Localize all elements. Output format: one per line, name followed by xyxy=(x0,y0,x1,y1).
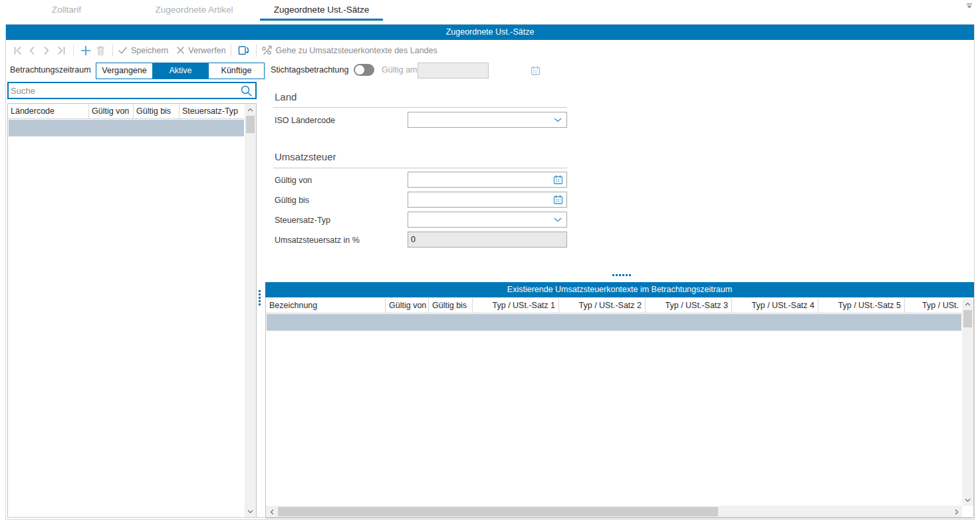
gueltig-bis-date-field[interactable] xyxy=(408,192,567,208)
betrachtungszeitraum-segmented-control: Vergangene Aktive Künftige xyxy=(96,63,265,79)
gueltig-von-label: Gültig von xyxy=(275,176,312,185)
chevron-down-icon xyxy=(554,218,562,222)
umsatzsteuersatz-input[interactable] xyxy=(408,235,566,244)
segment-kuenftige[interactable]: Künftige xyxy=(208,63,264,79)
save-button[interactable]: Speichern xyxy=(118,46,168,55)
search-button[interactable] xyxy=(237,83,255,98)
tab-zugeordnete-ust-saetze[interactable]: Zugeordnete Ust.-Sätze xyxy=(260,1,383,21)
plus-icon xyxy=(80,45,91,56)
scroll-right-button[interactable] xyxy=(951,506,962,518)
nav-first-icon xyxy=(13,46,23,55)
column-header-gueltig-von[interactable]: Gültig von xyxy=(386,298,429,313)
betrachtungszeitraum-label: Betrachtungszeitraum xyxy=(10,65,91,75)
gueltig-am-calendar-button[interactable] xyxy=(531,63,541,78)
scrollbar-thumb[interactable] xyxy=(246,116,255,133)
left-table-vertical-scrollbar[interactable] xyxy=(245,104,256,517)
nav-last-icon xyxy=(57,46,66,55)
scroll-up-button[interactable] xyxy=(962,298,973,309)
panel-title: Zugeordnete Ust.-Sätze xyxy=(6,25,974,40)
assigned-vat-rates-table: Ländercode Gültig von Gültig bis Steuers… xyxy=(7,103,257,518)
section-title-umsatzsteuer: Umsatzsteuer xyxy=(275,151,336,162)
vertical-splitter-handle[interactable] xyxy=(259,290,261,305)
goto-button-label: Gehe zu Umsatzsteuerkontexte des Landes xyxy=(276,46,437,55)
stichtagsbetrachtung-label: Stichtagsbetrachtung xyxy=(271,65,348,75)
toolbar-separator xyxy=(231,45,231,57)
column-header-gueltig-von[interactable]: Gültig von xyxy=(89,104,134,118)
column-header-gueltig-bis[interactable]: Gültig bis xyxy=(429,298,473,313)
nav-first-button[interactable] xyxy=(10,43,25,59)
toolbar-separator xyxy=(256,45,257,57)
gueltig-von-input[interactable] xyxy=(408,175,549,184)
stichtagsbetrachtung-toggle[interactable] xyxy=(354,64,374,76)
nav-next-button[interactable] xyxy=(39,43,54,59)
tab-zolltarif[interactable]: Zolltarif xyxy=(5,1,128,21)
chevron-down-icon xyxy=(554,118,562,122)
section-rule xyxy=(273,107,567,108)
table-row-selected[interactable] xyxy=(9,120,244,136)
column-header-typ-ust-satz-2[interactable]: Typ / USt.-Satz 2 xyxy=(559,298,646,313)
scroll-up-button[interactable] xyxy=(245,104,256,115)
add-record-button[interactable] xyxy=(78,43,93,59)
trash-icon xyxy=(96,45,106,56)
umsatzsteuersatz-label: Umsatzsteuersatz in % xyxy=(275,236,360,245)
dropdown-open-button[interactable] xyxy=(549,212,566,227)
switch-context-button[interactable] xyxy=(236,43,251,59)
check-icon xyxy=(118,46,128,55)
nav-previous-button[interactable] xyxy=(25,43,39,59)
iso-laendercode-value[interactable] xyxy=(408,115,549,124)
nav-last-button[interactable] xyxy=(54,43,68,59)
contexts-vertical-scrollbar[interactable] xyxy=(962,298,973,506)
left-table-header: Ländercode Gültig von Gültig bis Steuers… xyxy=(8,104,245,119)
column-header-bezeichnung[interactable]: Bezeichnung xyxy=(266,298,386,313)
calendar-icon xyxy=(553,175,563,184)
gueltig-bis-calendar-button[interactable] xyxy=(549,192,566,207)
steuersatz-typ-dropdown[interactable] xyxy=(408,212,567,228)
chevron-right-icon xyxy=(955,509,959,515)
gueltig-von-date-field[interactable] xyxy=(408,172,567,188)
discard-button[interactable]: Verwerfen xyxy=(176,46,225,55)
column-header-laendercode[interactable]: Ländercode xyxy=(8,104,89,118)
chevron-down-icon xyxy=(247,510,253,514)
goto-umsatzsteuerkontexte-button[interactable]: Gehe zu Umsatzsteuerkontexte des Landes xyxy=(261,45,437,55)
scrollbar-thumb[interactable] xyxy=(278,507,718,516)
search-input[interactable] xyxy=(9,86,237,96)
column-header-typ-ust-satz-3[interactable]: Typ / USt.-Satz 3 xyxy=(646,298,732,313)
column-header-typ-ust-partial[interactable]: Typ / USt. xyxy=(905,298,962,313)
scrollbar-thumb[interactable] xyxy=(963,310,972,327)
search-box xyxy=(7,82,257,99)
segment-aktive[interactable]: Aktive xyxy=(152,63,208,79)
dropdown-open-button[interactable] xyxy=(549,112,566,127)
delete-record-button[interactable] xyxy=(93,43,108,59)
gueltig-am-input[interactable] xyxy=(418,66,531,75)
column-header-typ-ust-satz-5[interactable]: Typ / USt.-Satz 5 xyxy=(818,298,905,313)
iso-laendercode-dropdown[interactable] xyxy=(408,112,567,128)
window-arrow-icon xyxy=(237,45,250,56)
segment-vergangene[interactable]: Vergangene xyxy=(96,63,152,79)
gueltig-am-field xyxy=(418,63,489,79)
percent-arrow-icon xyxy=(261,45,273,55)
table-row-selected[interactable] xyxy=(267,314,961,331)
chevron-left-icon xyxy=(270,509,274,515)
gueltig-von-calendar-button[interactable] xyxy=(549,172,566,187)
tab-zugeordnete-artikel[interactable]: Zugeordnete Artikel xyxy=(133,1,255,21)
column-header-gueltig-bis[interactable]: Gültig bis xyxy=(134,104,180,118)
column-header-typ-ust-satz-4[interactable]: Typ / USt.-Satz 4 xyxy=(732,298,818,313)
column-header-steuersatz-typ[interactable]: Steuersatz-Typ xyxy=(180,104,245,118)
contexts-horizontal-scrollbar[interactable] xyxy=(266,506,962,518)
iso-laendercode-label: ISO Ländercode xyxy=(275,116,335,125)
steuersatz-typ-label: Steuersatz-Typ xyxy=(275,216,330,225)
scroll-down-button[interactable] xyxy=(962,494,973,506)
gueltig-bis-input[interactable] xyxy=(408,195,549,204)
existing-vat-contexts-panel: Existierende Umsatzsteuerkontexte im Bet… xyxy=(265,282,974,518)
collapse-ribbon-button[interactable] xyxy=(964,1,975,11)
nav-previous-icon xyxy=(27,46,37,55)
column-header-typ-ust-satz-1[interactable]: Typ / USt.-Satz 1 xyxy=(473,298,559,313)
horizontal-splitter-handle[interactable] xyxy=(612,274,631,276)
panel-bottom-edge xyxy=(8,517,972,518)
scroll-left-button[interactable] xyxy=(266,506,277,518)
x-icon xyxy=(176,46,185,55)
steuersatz-typ-value[interactable] xyxy=(408,215,549,224)
scroll-down-button[interactable] xyxy=(245,506,256,517)
toolbar-separator xyxy=(73,45,74,57)
contexts-panel-title: Existierende Umsatzsteuerkontexte im Bet… xyxy=(265,282,974,297)
